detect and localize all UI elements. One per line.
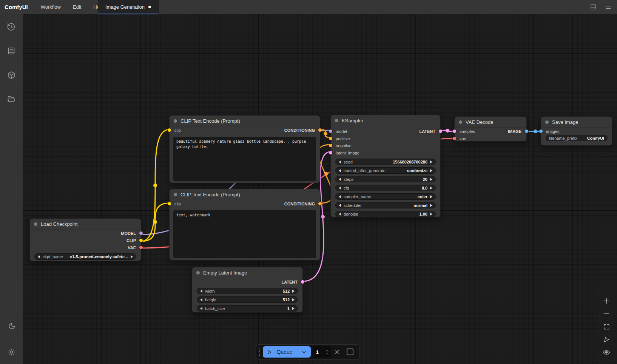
drag-handle-icon[interactable] [259,349,260,356]
node-empty-latent-image[interactable]: Empty Latent Image LATENT width512 heigh… [192,267,303,313]
next-arrow-icon[interactable] [430,169,432,172]
node-ksampler[interactable]: KSampler model LATENT positive negative … [330,115,441,217]
port-positive-input[interactable] [329,137,332,140]
port-clip-output[interactable] [139,239,143,242]
queue-button[interactable]: Queue [263,346,311,358]
widget-batch-size[interactable]: batch_size1 [197,305,298,312]
settings-button[interactable] [6,347,17,357]
widget-cfg[interactable]: cfg8.0 [335,185,436,191]
prev-arrow-icon[interactable] [339,178,341,181]
prev-arrow-icon[interactable] [339,160,341,163]
theme-toggle-button[interactable] [6,321,17,332]
port-latent-output[interactable] [439,130,442,133]
fit-view-button[interactable] [602,322,611,331]
sidebar-model-library-button[interactable] [6,70,17,80]
port-clip-input[interactable] [168,128,171,132]
port-image-output[interactable] [525,130,528,133]
node-save-image[interactable]: Save Image images filename_prefix ComfyU… [541,116,612,146]
node-vae-decode[interactable]: VAE Decode samples IMAGE vae [454,116,527,142]
next-arrow-icon[interactable] [430,213,432,216]
node-header[interactable]: CLIP Text Encode (Prompt) [170,116,320,126]
node-clip-text-encode-positive[interactable]: CLIP Text Encode (Prompt) clip CONDITION… [169,115,320,183]
port-images-input[interactable] [539,130,543,133]
link-midpoint-cond-negative[interactable] [324,172,328,176]
link-midpoint-latent-output[interactable] [446,129,449,133]
port-latent-output[interactable] [301,280,304,284]
widget-seed[interactable]: seed156680208700286 [335,159,436,165]
zoom-out-button[interactable] [602,309,611,318]
link-midpoint-clip-positive[interactable] [153,184,157,187]
node-header[interactable]: Empty Latent Image [192,267,302,278]
port-negative-input[interactable] [329,144,332,147]
port-model-input[interactable] [329,130,332,133]
tab-image-generation[interactable]: Image Generation [98,0,159,14]
prev-arrow-icon[interactable] [339,187,341,190]
toggle-links-button[interactable] [602,348,611,357]
next-arrow-icon[interactable] [292,298,295,301]
batch-count-input[interactable]: 1 [312,346,331,358]
prev-arrow-icon[interactable] [339,213,341,216]
stop-button[interactable] [344,346,356,358]
prev-arrow-icon[interactable] [339,195,341,198]
prev-arrow-icon[interactable] [339,169,341,172]
prev-arrow-icon[interactable] [38,255,40,258]
prev-arrow-icon[interactable] [200,290,202,293]
zoom-in-button[interactable] [602,296,611,305]
spinner-up-icon[interactable] [325,349,329,352]
next-arrow-icon[interactable] [430,187,432,190]
node-header[interactable]: KSampler [331,115,440,126]
node-header[interactable]: Load Checkpoint [30,219,141,230]
pan-mode-button[interactable] [602,335,611,344]
next-arrow-icon[interactable] [430,178,432,181]
main-menu-button[interactable] [603,2,613,12]
widget-filename-prefix[interactable]: filename_prefix ComfyUI [546,135,608,141]
widget-denoise[interactable]: denoise1.00 [335,211,436,217]
widget-width[interactable]: width512 [197,288,298,294]
sidebar-workflows-button[interactable] [6,94,17,105]
node-header[interactable]: CLIP Text Encode (Prompt) [170,189,320,200]
node-load-checkpoint[interactable]: Load Checkpoint MODEL CLIP VAE ckpt_name… [29,218,141,261]
sidebar-history-button[interactable] [6,22,17,32]
next-arrow-icon[interactable] [430,195,432,198]
menu-workflow[interactable]: Workflow [35,0,67,14]
sidebar-node-library-button[interactable] [6,46,17,56]
node-header[interactable]: Save Image [541,117,612,128]
link-midpoint-latent-input[interactable] [321,215,325,219]
chevron-down-icon[interactable] [301,349,307,355]
prev-arrow-icon[interactable] [200,307,202,310]
widget-height[interactable]: height512 [197,296,298,303]
port-model-output[interactable] [139,231,143,235]
spinner-down-icon[interactable] [325,352,329,355]
widget-scheduler[interactable]: schedulernormal [335,202,436,208]
port-clip-input[interactable] [168,202,171,205]
clear-queue-button[interactable] [331,346,344,358]
port-latent-image-input[interactable] [329,151,332,154]
port-conditioning-output[interactable] [318,202,322,205]
prev-arrow-icon[interactable] [200,298,202,301]
prompt-textarea[interactable]: beautiful scenery nature glass bottle la… [173,137,316,181]
app-logo[interactable]: ComfyUI [0,0,35,14]
prompt-textarea[interactable]: text, watermark [173,210,316,258]
next-arrow-icon[interactable] [430,204,432,207]
next-arrow-icon[interactable] [292,290,295,293]
port-samples-input[interactable] [453,130,456,133]
prev-arrow-icon[interactable] [339,204,341,207]
next-arrow-icon[interactable] [430,160,432,163]
port-conditioning-output[interactable] [318,128,322,132]
link-midpoint-clip-negative[interactable] [153,220,157,224]
widget-sampler-name[interactable]: sampler_nameeuler [335,193,436,200]
toggle-bottom-panel-button[interactable] [588,2,598,12]
tab-label: Image Generation [105,4,145,10]
widget-steps[interactable]: steps20 [335,176,436,182]
widget-control-after-generate[interactable]: control_after_generaterandomize [335,167,436,174]
link-midpoint-image[interactable] [534,130,537,133]
widget-ckpt-name[interactable]: ckpt_name v1-5-pruned-emaonly.safete... [34,253,136,260]
next-arrow-icon[interactable] [131,255,133,258]
port-vae-output[interactable] [139,246,143,249]
port-vae-input[interactable] [453,137,456,140]
node-header[interactable]: VAE Decode [455,117,526,128]
menu-edit[interactable]: Edit [67,0,87,14]
next-arrow-icon[interactable] [292,307,295,310]
node-clip-text-encode-negative[interactable]: CLIP Text Encode (Prompt) clip CONDITION… [169,189,320,261]
link-midpoint-cond-positive[interactable] [324,132,327,136]
